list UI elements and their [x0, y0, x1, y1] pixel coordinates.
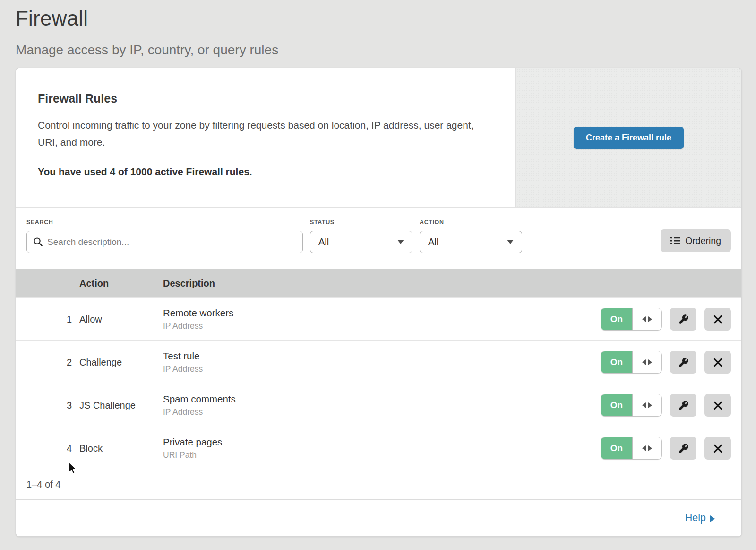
rule-controls: On	[591, 351, 741, 374]
arrow-left-icon	[642, 316, 646, 322]
pagination-text: 1–4 of 4	[26, 479, 60, 490]
rule-description-cell: Test rule IP Address	[163, 350, 591, 374]
rule-match-field: IP Address	[163, 364, 591, 374]
arrow-right-icon	[710, 515, 715, 522]
rule-match-field: URI Path	[163, 450, 591, 460]
search-input[interactable]	[47, 237, 296, 247]
firewall-card: Firewall Rules Control incoming traffic …	[16, 68, 742, 537]
page-header: Firewall Manage access by IP, country, o…	[0, 0, 756, 58]
rule-priority: 2	[16, 357, 79, 368]
column-header-action: Action	[79, 278, 163, 289]
rule-controls: On	[591, 394, 741, 417]
arrow-right-icon	[648, 316, 652, 322]
rule-action: JS Challenge	[79, 400, 163, 411]
edit-rule-button[interactable]	[670, 308, 696, 331]
delete-rule-button[interactable]	[704, 308, 731, 331]
close-icon	[713, 358, 722, 367]
pagination-bar: 1–4 of 4	[16, 470, 741, 499]
status-selected-value: All	[318, 236, 329, 247]
toggle-on-label: On	[601, 394, 632, 416]
wrench-icon	[678, 314, 689, 325]
rule-description-cell: Private pages URI Path	[163, 437, 591, 460]
section-heading: Firewall Rules	[38, 92, 487, 105]
ordering-button[interactable]: Ordering	[661, 229, 731, 252]
section-description: Control incoming traffic to your zone by…	[38, 117, 487, 151]
help-link[interactable]: Help	[685, 512, 715, 524]
wrench-icon	[678, 443, 689, 454]
wrench-icon	[678, 400, 689, 411]
rule-description-cell: Spam comments IP Address	[163, 393, 591, 417]
toggle-on-label: On	[601, 351, 632, 373]
ordered-list-icon	[670, 236, 680, 245]
edit-rule-button[interactable]	[670, 351, 696, 374]
rule-description: Test rule	[163, 350, 591, 362]
search-box[interactable]	[26, 231, 303, 253]
arrow-left-icon	[642, 445, 646, 451]
action-select[interactable]: All	[420, 231, 522, 253]
rule-priority: 4	[16, 443, 79, 454]
delete-rule-button[interactable]	[704, 437, 731, 460]
column-header-description: Description	[163, 278, 591, 289]
toggle-handle	[632, 437, 662, 459]
firewall-rules-intro: Firewall Rules Control incoming traffic …	[16, 68, 515, 207]
firewall-rules-overview: Firewall Rules Control incoming traffic …	[16, 68, 741, 207]
arrow-left-icon	[642, 359, 646, 365]
create-firewall-rule-button[interactable]: Create a Firewall rule	[574, 127, 684, 149]
help-link-label: Help	[685, 512, 706, 524]
rule-priority: 3	[16, 400, 79, 411]
search-label: SEARCH	[26, 219, 303, 226]
page-subtitle: Manage access by IP, country, or query r…	[16, 43, 756, 58]
rule-description-cell: Remote workers IP Address	[163, 307, 591, 331]
search-icon	[33, 237, 43, 247]
rule-enabled-toggle[interactable]: On	[601, 351, 662, 374]
table-row: 3 JS Challenge Spam comments IP Address …	[16, 384, 741, 427]
status-select[interactable]: All	[310, 231, 412, 253]
status-field-group: STATUS All	[310, 219, 412, 253]
close-icon	[713, 401, 722, 410]
rule-controls: On	[591, 437, 741, 460]
rule-description: Spam comments	[163, 393, 591, 405]
table-row: 4 Block Private pages URI Path On	[16, 427, 741, 470]
arrow-right-icon	[648, 402, 652, 408]
rule-match-field: IP Address	[163, 321, 591, 331]
edit-rule-button[interactable]	[670, 394, 696, 417]
close-icon	[713, 315, 722, 324]
arrow-right-icon	[648, 445, 652, 451]
rule-enabled-toggle[interactable]: On	[601, 308, 662, 331]
toggle-handle	[632, 394, 662, 416]
rule-match-field: IP Address	[163, 407, 591, 417]
rule-enabled-toggle[interactable]: On	[601, 437, 662, 460]
usage-summary: You have used 4 of 1000 active Firewall …	[38, 166, 487, 177]
toggle-on-label: On	[601, 437, 632, 459]
action-label: ACTION	[420, 219, 522, 226]
rule-action: Block	[79, 443, 163, 454]
chevron-down-icon	[397, 240, 404, 244]
status-label: STATUS	[310, 219, 412, 226]
ordering-button-label: Ordering	[685, 236, 721, 246]
rule-description: Private pages	[163, 437, 591, 448]
chevron-down-icon	[507, 240, 514, 244]
toggle-handle	[632, 308, 662, 330]
toggle-handle	[632, 351, 662, 373]
rule-action: Allow	[79, 314, 163, 325]
delete-rule-button[interactable]	[704, 394, 731, 417]
table-row: 2 Challenge Test rule IP Address On	[16, 340, 741, 384]
help-bar: Help	[16, 499, 741, 536]
close-icon	[713, 444, 722, 453]
delete-rule-button[interactable]	[704, 351, 731, 374]
rule-controls: On	[591, 308, 741, 331]
action-selected-value: All	[428, 236, 438, 247]
action-field-group: ACTION All	[420, 219, 522, 253]
toggle-on-label: On	[601, 308, 632, 330]
wrench-icon	[678, 357, 689, 368]
filter-bar: SEARCH STATUS All ACTION All	[16, 207, 741, 269]
rule-enabled-toggle[interactable]: On	[601, 394, 662, 417]
rule-action: Challenge	[79, 357, 163, 368]
page-title: Firewall	[16, 7, 756, 30]
arrow-right-icon	[648, 359, 652, 365]
rule-description: Remote workers	[163, 307, 591, 319]
table-header: Action Description	[16, 269, 741, 297]
table-row: 1 Allow Remote workers IP Address On	[16, 297, 741, 340]
search-field-group: SEARCH	[26, 219, 303, 253]
edit-rule-button[interactable]	[670, 437, 696, 460]
